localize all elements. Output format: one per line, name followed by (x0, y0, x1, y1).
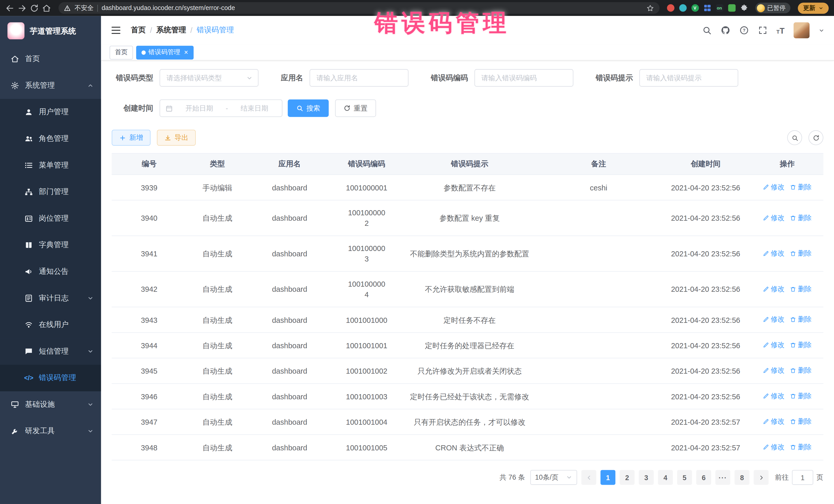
page-button-2[interactable]: 2 (620, 470, 635, 485)
delete-link[interactable]: 删除 (790, 391, 812, 401)
sidebar-item-sms-management[interactable]: 短信管理 (0, 338, 101, 365)
sidebar-item-audit-log[interactable]: 审计日志 (0, 285, 101, 311)
breadcrumb-item[interactable]: 首页 (131, 25, 146, 35)
sidebar-item-user-management[interactable]: 用户管理 (0, 99, 101, 126)
page-ellipsis[interactable]: ··· (716, 470, 730, 485)
edit-link[interactable]: 修改 (763, 442, 785, 453)
sidebar-item-infrastructure[interactable]: 基础设施 (0, 391, 101, 418)
breadcrumb-item[interactable]: 错误码管理 (197, 25, 234, 35)
red-ext-icon[interactable] (667, 4, 674, 12)
tag-active[interactable]: 错误码管理× (136, 45, 194, 59)
browser-toolbar: 不安全 dashboard.yudao.iocoder.cn/system/er… (0, 0, 834, 16)
close-icon[interactable]: × (184, 49, 188, 56)
app-name-input[interactable] (309, 69, 409, 86)
breadcrumb-item[interactable]: 系统管理 (156, 25, 186, 35)
back-icon[interactable] (5, 3, 14, 12)
column-header: 编号 (112, 153, 186, 175)
page-button-6[interactable]: 6 (696, 470, 711, 485)
date-range-picker[interactable]: 开始日期 - 结束日期 (160, 99, 283, 117)
error-msg-input[interactable] (639, 69, 738, 86)
delete-link[interactable]: 删除 (790, 340, 812, 350)
edit-link[interactable]: 修改 (763, 182, 785, 193)
tag-item[interactable]: 首页 (110, 45, 133, 59)
font-size-icon[interactable]: TT (776, 26, 785, 35)
edit-link[interactable]: 修改 (763, 284, 785, 294)
edit-link[interactable]: 修改 (763, 391, 785, 401)
page-size-select[interactable]: 10条/页 (530, 470, 577, 485)
edit-link[interactable]: 修改 (763, 340, 785, 350)
search-button[interactable]: 搜索 (288, 99, 329, 117)
delete-link[interactable]: 删除 (790, 442, 812, 453)
goto-page-input[interactable] (792, 470, 813, 485)
page-button-3[interactable]: 3 (639, 470, 654, 485)
add-button[interactable]: 新增 (112, 130, 150, 146)
sidebar-item-system-management[interactable]: 系统管理 (0, 72, 101, 99)
toggle-search-button[interactable] (787, 130, 802, 145)
error-type-label: 错误码类型 (112, 73, 153, 83)
page-button-1[interactable]: 1 (600, 470, 615, 485)
sidebar-item-error-code-management[interactable]: </>错误码管理 (0, 365, 101, 391)
sidebar-item-dict-management[interactable]: 字典管理 (0, 232, 101, 258)
error-code-input[interactable] (475, 69, 573, 86)
sidebar-item-notice-announcement[interactable]: 通知公告 (0, 258, 101, 285)
cell-msg: 定时任务已经处于该状态，无需修改 (402, 384, 537, 409)
pagination: 共 76 条 10条/页 123456···8 前往 页 (112, 470, 823, 485)
chevron-down-icon[interactable] (819, 27, 825, 34)
page-button-8[interactable]: 8 (734, 470, 749, 485)
reload-icon[interactable] (30, 3, 39, 12)
extensions-puzzle-icon[interactable] (740, 4, 748, 12)
green-ext-icon[interactable] (728, 4, 735, 12)
table-row: 3939手动编辑dashboard1001000001参数配置不存在ceshi2… (112, 175, 823, 200)
sidebar-item-menu-management[interactable]: 菜单管理 (0, 152, 101, 179)
onetab-ext-icon[interactable]: on (716, 4, 723, 12)
delete-link[interactable]: 删除 (790, 416, 812, 427)
cell-type: 自动生成 (186, 384, 248, 409)
edit-link[interactable]: 修改 (763, 416, 785, 427)
delete-link[interactable]: 删除 (790, 248, 812, 258)
browser-update-button[interactable]: 更新 (798, 2, 829, 14)
sidebar-item-role-management[interactable]: 角色管理 (0, 126, 101, 152)
prev-page-button[interactable] (581, 470, 596, 485)
sidebar-item-post-management[interactable]: 岗位管理 (0, 205, 101, 232)
user-avatar[interactable] (793, 22, 809, 38)
hamburger-icon[interactable] (111, 25, 121, 36)
address-bar[interactable]: 不安全 dashboard.yudao.iocoder.cn/system/er… (59, 2, 659, 14)
teal-ext-icon[interactable] (679, 4, 686, 12)
paused-label: 已暂停 (767, 4, 786, 12)
sidebar-item-dev-tools[interactable]: 研发工具 (0, 418, 101, 444)
delete-link[interactable]: 删除 (790, 314, 812, 325)
search-icon[interactable] (702, 25, 711, 35)
sidebar-item-dept-management[interactable]: 部门管理 (0, 179, 101, 205)
edit-link[interactable]: 修改 (763, 314, 785, 325)
delete-link[interactable]: 删除 (790, 365, 812, 376)
fullscreen-icon[interactable] (758, 25, 767, 35)
bookmark-star-icon[interactable] (646, 4, 654, 12)
tags-view: 首页错误码管理× (101, 45, 834, 61)
page-button-4[interactable]: 4 (658, 470, 673, 485)
forward-icon[interactable] (18, 3, 26, 12)
home-icon (10, 54, 19, 63)
next-page-button[interactable] (754, 470, 769, 485)
browser-home-icon[interactable] (42, 3, 51, 12)
grid-ext-icon[interactable] (703, 4, 711, 12)
error-type-select[interactable]: 请选择错误码类型 (160, 69, 259, 86)
trash-icon (790, 286, 796, 292)
page-button-5[interactable]: 5 (677, 470, 692, 485)
github-icon[interactable] (721, 25, 730, 35)
delete-link[interactable]: 删除 (790, 213, 812, 223)
app-logo[interactable]: 芋道管理系统 (0, 16, 101, 46)
help-icon[interactable]: ? (739, 25, 749, 35)
vue-devtools-ext-icon[interactable]: V (691, 4, 699, 12)
edit-link[interactable]: 修改 (763, 213, 785, 223)
delete-link[interactable]: 删除 (790, 284, 812, 294)
reset-button[interactable]: 重置 (335, 99, 376, 117)
export-button[interactable]: 导出 (157, 130, 196, 146)
delete-link[interactable]: 删除 (790, 182, 812, 193)
sidebar-item-home[interactable]: 首页 (0, 46, 101, 72)
sidebar-item-online-users[interactable]: 在线用户 (0, 311, 101, 338)
profile-paused-badge[interactable]: 已暂停 (755, 3, 790, 13)
cell-remark (537, 200, 660, 236)
refresh-table-button[interactable] (809, 130, 824, 145)
edit-link[interactable]: 修改 (763, 365, 785, 376)
edit-link[interactable]: 修改 (763, 248, 785, 258)
